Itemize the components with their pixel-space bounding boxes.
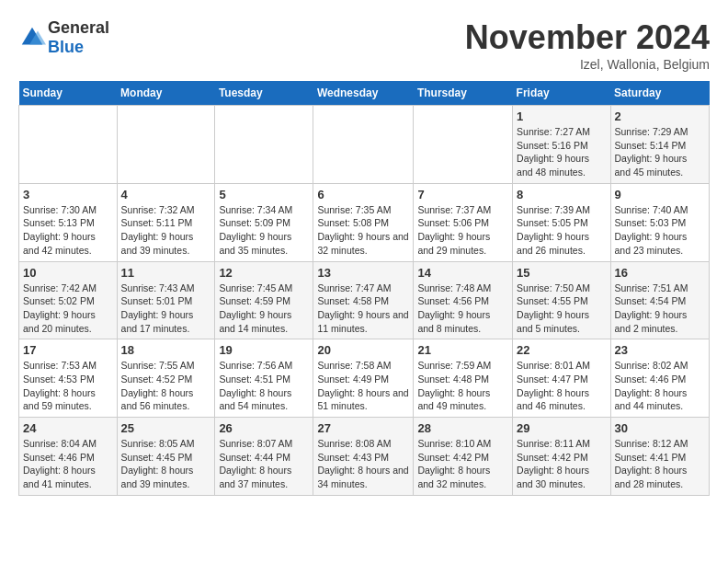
day-header-thursday: Thursday bbox=[414, 81, 513, 106]
day-info: Sunrise: 8:11 AM Sunset: 4:42 PM Dayligh… bbox=[517, 437, 606, 491]
day-header-sunday: Sunday bbox=[19, 81, 118, 106]
calendar-cell: 2Sunrise: 7:29 AM Sunset: 5:14 PM Daylig… bbox=[610, 106, 709, 184]
calendar-cell: 17Sunrise: 7:53 AM Sunset: 4:53 PM Dayli… bbox=[19, 339, 118, 418]
week-row-1: 1Sunrise: 7:27 AM Sunset: 5:16 PM Daylig… bbox=[19, 106, 710, 184]
logo-general: General bbox=[48, 18, 109, 37]
calendar-table: SundayMondayTuesdayWednesdayThursdayFrid… bbox=[18, 81, 710, 496]
calendar-cell: 24Sunrise: 8:04 AM Sunset: 4:46 PM Dayli… bbox=[19, 418, 118, 496]
page-header: General Blue November 2024 Izel, Walloni… bbox=[18, 18, 710, 72]
day-number: 25 bbox=[121, 421, 211, 435]
calendar-cell: 12Sunrise: 7:45 AM Sunset: 4:59 PM Dayli… bbox=[215, 261, 313, 339]
day-number: 13 bbox=[317, 266, 409, 280]
day-header-friday: Friday bbox=[513, 81, 610, 106]
calendar-cell: 28Sunrise: 8:10 AM Sunset: 4:42 PM Dayli… bbox=[414, 418, 513, 496]
calendar-cell bbox=[215, 106, 313, 184]
day-number: 28 bbox=[417, 421, 508, 435]
day-number: 16 bbox=[615, 266, 705, 280]
day-number: 8 bbox=[517, 188, 606, 201]
day-info: Sunrise: 8:05 AM Sunset: 4:45 PM Dayligh… bbox=[121, 437, 211, 491]
day-number: 18 bbox=[121, 343, 211, 357]
day-info: Sunrise: 7:56 AM Sunset: 4:51 PM Dayligh… bbox=[219, 359, 309, 413]
calendar-cell: 18Sunrise: 7:55 AM Sunset: 4:52 PM Dayli… bbox=[117, 339, 215, 418]
day-info: Sunrise: 7:43 AM Sunset: 5:01 PM Dayligh… bbox=[121, 282, 211, 336]
calendar-cell: 30Sunrise: 8:12 AM Sunset: 4:41 PM Dayli… bbox=[610, 418, 709, 496]
day-info: Sunrise: 8:02 AM Sunset: 4:46 PM Dayligh… bbox=[615, 359, 705, 413]
day-number: 19 bbox=[219, 343, 309, 357]
calendar-cell: 26Sunrise: 8:07 AM Sunset: 4:44 PM Dayli… bbox=[215, 418, 313, 496]
calendar-cell: 29Sunrise: 8:11 AM Sunset: 4:42 PM Dayli… bbox=[513, 418, 610, 496]
day-number: 2 bbox=[615, 109, 705, 123]
calendar-cell: 8Sunrise: 7:39 AM Sunset: 5:05 PM Daylig… bbox=[513, 183, 610, 261]
days-header-row: SundayMondayTuesdayWednesdayThursdayFrid… bbox=[19, 81, 710, 106]
calendar-cell: 19Sunrise: 7:56 AM Sunset: 4:51 PM Dayli… bbox=[215, 339, 313, 418]
day-number: 3 bbox=[23, 188, 113, 201]
day-info: Sunrise: 8:04 AM Sunset: 4:46 PM Dayligh… bbox=[23, 437, 113, 491]
calendar-cell: 10Sunrise: 7:42 AM Sunset: 5:02 PM Dayli… bbox=[19, 261, 118, 339]
day-number: 23 bbox=[615, 343, 705, 357]
day-info: Sunrise: 8:07 AM Sunset: 4:44 PM Dayligh… bbox=[219, 437, 309, 491]
calendar-cell: 25Sunrise: 8:05 AM Sunset: 4:45 PM Dayli… bbox=[117, 418, 215, 496]
day-info: Sunrise: 7:29 AM Sunset: 5:14 PM Dayligh… bbox=[615, 125, 705, 179]
logo: General Blue bbox=[18, 18, 109, 57]
day-info: Sunrise: 7:35 AM Sunset: 5:08 PM Dayligh… bbox=[317, 203, 409, 258]
calendar-cell: 7Sunrise: 7:37 AM Sunset: 5:06 PM Daylig… bbox=[414, 183, 513, 261]
day-info: Sunrise: 7:51 AM Sunset: 4:54 PM Dayligh… bbox=[615, 282, 705, 336]
day-info: Sunrise: 7:27 AM Sunset: 5:16 PM Dayligh… bbox=[517, 125, 606, 179]
day-number: 30 bbox=[615, 421, 705, 435]
day-header-saturday: Saturday bbox=[610, 81, 709, 106]
location-subtitle: Izel, Wallonia, Belgium bbox=[465, 57, 710, 72]
calendar-cell: 11Sunrise: 7:43 AM Sunset: 5:01 PM Dayli… bbox=[117, 261, 215, 339]
day-info: Sunrise: 8:10 AM Sunset: 4:42 PM Dayligh… bbox=[417, 437, 508, 491]
week-row-4: 17Sunrise: 7:53 AM Sunset: 4:53 PM Dayli… bbox=[19, 339, 710, 418]
day-number: 24 bbox=[23, 421, 113, 435]
calendar-cell bbox=[313, 106, 414, 184]
calendar-cell: 6Sunrise: 7:35 AM Sunset: 5:08 PM Daylig… bbox=[313, 183, 414, 261]
day-info: Sunrise: 7:55 AM Sunset: 4:52 PM Dayligh… bbox=[121, 359, 211, 413]
day-info: Sunrise: 7:32 AM Sunset: 5:11 PM Dayligh… bbox=[121, 203, 211, 258]
calendar-cell: 23Sunrise: 8:02 AM Sunset: 4:46 PM Dayli… bbox=[610, 339, 709, 418]
logo-blue: Blue bbox=[48, 38, 84, 56]
calendar-cell: 4Sunrise: 7:32 AM Sunset: 5:11 PM Daylig… bbox=[117, 183, 215, 261]
calendar-cell: 13Sunrise: 7:47 AM Sunset: 4:58 PM Dayli… bbox=[313, 261, 414, 339]
day-number: 26 bbox=[219, 421, 309, 435]
day-info: Sunrise: 7:50 AM Sunset: 4:55 PM Dayligh… bbox=[517, 282, 606, 336]
calendar-cell: 5Sunrise: 7:34 AM Sunset: 5:09 PM Daylig… bbox=[215, 183, 313, 261]
day-number: 21 bbox=[417, 343, 508, 357]
day-header-wednesday: Wednesday bbox=[313, 81, 414, 106]
calendar-cell: 16Sunrise: 7:51 AM Sunset: 4:54 PM Dayli… bbox=[610, 261, 709, 339]
day-number: 11 bbox=[121, 266, 211, 280]
day-info: Sunrise: 8:01 AM Sunset: 4:47 PM Dayligh… bbox=[517, 359, 606, 413]
day-number: 20 bbox=[317, 343, 409, 357]
day-info: Sunrise: 7:45 AM Sunset: 4:59 PM Dayligh… bbox=[219, 282, 309, 336]
day-number: 6 bbox=[317, 188, 409, 201]
day-number: 4 bbox=[121, 188, 211, 201]
day-number: 10 bbox=[23, 266, 113, 280]
day-header-monday: Monday bbox=[117, 81, 215, 106]
day-info: Sunrise: 7:37 AM Sunset: 5:06 PM Dayligh… bbox=[417, 203, 508, 258]
calendar-cell: 14Sunrise: 7:48 AM Sunset: 4:56 PM Dayli… bbox=[414, 261, 513, 339]
day-info: Sunrise: 7:59 AM Sunset: 4:48 PM Dayligh… bbox=[417, 359, 508, 413]
day-number: 7 bbox=[417, 188, 508, 201]
week-row-2: 3Sunrise: 7:30 AM Sunset: 5:13 PM Daylig… bbox=[19, 183, 710, 261]
day-number: 29 bbox=[517, 421, 606, 435]
day-number: 15 bbox=[517, 266, 606, 280]
day-info: Sunrise: 7:30 AM Sunset: 5:13 PM Dayligh… bbox=[23, 203, 113, 258]
month-title: November 2024 bbox=[465, 18, 710, 57]
week-row-5: 24Sunrise: 8:04 AM Sunset: 4:46 PM Dayli… bbox=[19, 418, 710, 496]
day-info: Sunrise: 7:58 AM Sunset: 4:49 PM Dayligh… bbox=[317, 359, 409, 413]
week-row-3: 10Sunrise: 7:42 AM Sunset: 5:02 PM Dayli… bbox=[19, 261, 710, 339]
calendar-cell: 1Sunrise: 7:27 AM Sunset: 5:16 PM Daylig… bbox=[513, 106, 610, 184]
day-number: 1 bbox=[517, 109, 606, 123]
day-info: Sunrise: 7:47 AM Sunset: 4:58 PM Dayligh… bbox=[317, 282, 409, 336]
calendar-cell bbox=[117, 106, 215, 184]
calendar-cell: 9Sunrise: 7:40 AM Sunset: 5:03 PM Daylig… bbox=[610, 183, 709, 261]
calendar-cell: 15Sunrise: 7:50 AM Sunset: 4:55 PM Dayli… bbox=[513, 261, 610, 339]
day-info: Sunrise: 7:34 AM Sunset: 5:09 PM Dayligh… bbox=[219, 203, 309, 258]
calendar-cell: 22Sunrise: 8:01 AM Sunset: 4:47 PM Dayli… bbox=[513, 339, 610, 418]
day-info: Sunrise: 7:53 AM Sunset: 4:53 PM Dayligh… bbox=[23, 359, 113, 413]
day-header-tuesday: Tuesday bbox=[215, 81, 313, 106]
calendar-cell bbox=[19, 106, 118, 184]
day-info: Sunrise: 8:08 AM Sunset: 4:43 PM Dayligh… bbox=[317, 437, 409, 491]
logo-icon bbox=[18, 24, 46, 52]
day-info: Sunrise: 7:39 AM Sunset: 5:05 PM Dayligh… bbox=[517, 203, 606, 258]
